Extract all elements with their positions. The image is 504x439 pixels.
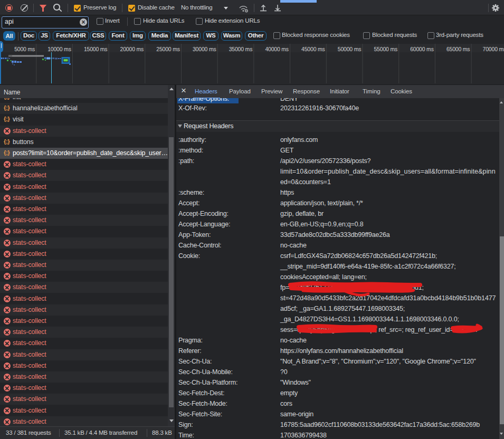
svg-text:5000 ms: 5000 ms xyxy=(14,46,35,52)
svg-text:50000 ms: 50000 ms xyxy=(338,46,362,52)
svg-text:45000 ms: 45000 ms xyxy=(301,46,325,52)
svg-text:25000 ms: 25000 ms xyxy=(156,46,180,52)
svg-text:60000 ms: 60000 ms xyxy=(410,46,434,52)
svg-text:65000 ms: 65000 ms xyxy=(446,46,470,52)
svg-text:40000 ms: 40000 ms xyxy=(265,46,289,52)
svg-text:35000 ms: 35000 ms xyxy=(229,46,253,52)
svg-text:70000 ms: 70000 ms xyxy=(483,46,504,52)
svg-text:55000 ms: 55000 ms xyxy=(374,46,397,52)
svg-text:10000 ms: 10000 ms xyxy=(47,46,71,52)
svg-text:30000 ms: 30000 ms xyxy=(193,46,216,52)
svg-text:15000 ms: 15000 ms xyxy=(84,46,108,52)
svg-text:20000 ms: 20000 ms xyxy=(120,46,144,52)
